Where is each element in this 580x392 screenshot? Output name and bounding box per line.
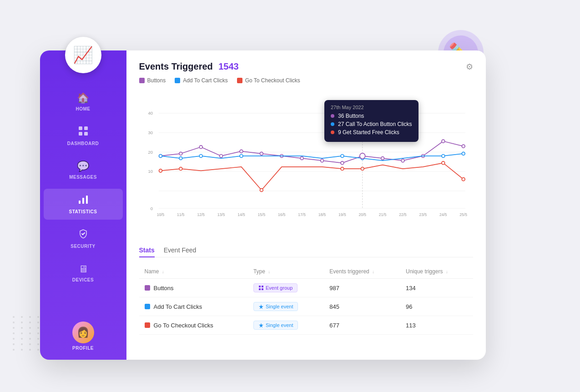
chart-header: Events Triggered 1543 ⚙ xyxy=(139,61,473,72)
svg-point-57 xyxy=(340,155,343,158)
svg-text:18/5: 18/5 xyxy=(318,212,326,217)
table-row: Go To Checkout Clicks Single event 677 xyxy=(139,316,473,335)
cell-type-0: Event group xyxy=(248,279,324,297)
svg-point-56 xyxy=(240,155,243,158)
svg-text:14/5: 14/5 xyxy=(237,212,245,217)
type-badge-0: Event group xyxy=(253,283,298,292)
svg-point-66 xyxy=(441,161,444,165)
svg-text:23/5: 23/5 xyxy=(419,212,427,217)
cell-events-2: 677 xyxy=(324,316,400,335)
chart-title: Events Triggered xyxy=(139,61,213,71)
svg-rect-7 xyxy=(79,201,81,204)
devices-icon: 🖥 xyxy=(78,263,88,275)
svg-text:10/5: 10/5 xyxy=(156,212,164,217)
stats-tabs: Stats Event Feed xyxy=(139,244,473,257)
legend-item-buttons: Buttons xyxy=(139,77,166,84)
tooltip-label-2: 9 Get Started Free Clicks xyxy=(338,129,399,136)
legend-label-checkout: Go To Checkout Clicks xyxy=(245,77,300,84)
tooltip-row-0: 36 Buttons xyxy=(331,113,412,119)
sidebar-profile[interactable]: 👩 PROFILE xyxy=(72,322,94,351)
svg-text:30: 30 xyxy=(148,131,152,135)
svg-rect-72 xyxy=(259,288,261,290)
svg-text:12/5: 12/5 xyxy=(197,212,205,217)
content-area: Events Triggered 1543 ⚙ Buttons Add To C… xyxy=(126,50,486,360)
sort-icon-type: ↓ xyxy=(268,269,270,274)
svg-point-67 xyxy=(462,178,465,181)
tooltip-label-0: 36 Buttons xyxy=(338,113,364,119)
col-header-unique[interactable]: Unique triggers ↓ xyxy=(400,265,473,279)
svg-point-45 xyxy=(320,159,323,162)
svg-rect-3 xyxy=(79,126,82,130)
profile-label: PROFILE xyxy=(72,346,94,351)
cell-events-1: 845 xyxy=(324,297,400,316)
statistics-label: STATISTICS xyxy=(69,209,97,214)
svg-text:25/5: 25/5 xyxy=(459,212,467,217)
svg-point-46 xyxy=(340,161,343,165)
settings-icon[interactable]: ⚙ xyxy=(466,62,473,72)
type-badge-1: Single event xyxy=(253,302,298,311)
profile-avatar: 👩 xyxy=(72,322,94,343)
table-row: Add To Cart Clicks Single event 845 96 xyxy=(139,297,473,316)
sidebar-item-home[interactable]: 🏠 HOME xyxy=(40,87,126,117)
event-color-1 xyxy=(145,304,150,309)
sidebar-nav: 🏠 HOME DASHBOARD 💬 xyxy=(40,87,126,322)
svg-point-39 xyxy=(199,146,202,149)
svg-text:15/5: 15/5 xyxy=(257,212,265,217)
tooltip-row-2: 9 Get Started Free Clicks xyxy=(331,129,412,136)
svg-point-52 xyxy=(462,145,465,148)
cell-type-2: Single event xyxy=(248,316,324,335)
legend-dot-cart xyxy=(175,78,180,83)
tooltip-label-1: 27 Call To Action Button Clicks xyxy=(338,121,412,127)
svg-text:10: 10 xyxy=(148,169,152,174)
legend-dot-checkout xyxy=(237,78,242,83)
devices-label: DEVICES xyxy=(72,277,94,282)
cell-type-1: Single event xyxy=(248,297,324,316)
tab-stats[interactable]: Stats xyxy=(139,244,155,257)
sidebar-item-messages[interactable]: 💬 MESSAGES xyxy=(40,155,126,185)
sidebar-item-security[interactable]: SECURITY xyxy=(40,223,126,254)
svg-text:0: 0 xyxy=(150,206,152,211)
logo-icon: 📈 xyxy=(73,45,93,65)
svg-point-38 xyxy=(179,152,182,155)
svg-text:40: 40 xyxy=(148,111,152,116)
tooltip-dot-0 xyxy=(331,114,334,118)
table-row: Buttons Event group 987 134 xyxy=(139,279,473,297)
svg-point-59 xyxy=(441,155,444,158)
svg-text:11/5: 11/5 xyxy=(177,212,185,217)
svg-point-49 xyxy=(401,159,404,162)
sidebar: 📈 🏠 HOME DA xyxy=(40,50,126,360)
svg-point-44 xyxy=(300,157,303,160)
svg-text:13/5: 13/5 xyxy=(217,212,225,217)
cell-unique-0: 134 xyxy=(400,279,473,297)
event-color-2 xyxy=(145,322,150,328)
tab-event-feed[interactable]: Event Feed xyxy=(164,244,197,257)
sidebar-item-devices[interactable]: 🖥 DEVICES xyxy=(40,258,126,288)
legend-item-checkout: Go To Checkout Clicks xyxy=(237,77,300,84)
type-badge-2: Single event xyxy=(253,321,298,330)
col-header-name[interactable]: Name ↓ xyxy=(139,265,248,279)
legend-item-cart: Add To Cart Clicks xyxy=(175,77,227,84)
svg-point-53 xyxy=(159,155,162,158)
svg-point-42 xyxy=(260,152,263,155)
col-header-events[interactable]: Events triggered ↓ xyxy=(324,265,400,279)
home-icon: 🏠 xyxy=(77,92,89,104)
sidebar-item-dashboard[interactable]: DASHBOARD xyxy=(40,121,126,151)
security-label: SECURITY xyxy=(71,244,96,249)
svg-text:20/5: 20/5 xyxy=(358,212,366,217)
svg-text:22/5: 22/5 xyxy=(399,212,407,217)
chart-tooltip: 27th May 2022 36 Buttons 27 Call To Acti… xyxy=(324,100,419,142)
messages-icon: 💬 xyxy=(77,161,89,172)
legend-label-buttons: Buttons xyxy=(147,77,166,84)
chart-legend: Buttons Add To Cart Clicks Go To Checkou… xyxy=(139,77,473,84)
svg-rect-73 xyxy=(262,288,263,290)
main-card: 📈 🏠 HOME DA xyxy=(40,50,486,360)
chart-title-wrapper: Events Triggered 1543 xyxy=(139,61,239,72)
svg-text:16/5: 16/5 xyxy=(277,212,285,217)
svg-rect-6 xyxy=(84,132,88,136)
cell-unique-2: 113 xyxy=(400,316,473,335)
cell-name-1: Add To Cart Clicks xyxy=(139,297,248,316)
messages-label: MESSAGES xyxy=(69,175,97,180)
sidebar-item-statistics[interactable]: STATISTICS xyxy=(44,189,123,220)
col-header-type[interactable]: Type ↓ xyxy=(248,265,324,279)
dashboard-label: DASHBOARD xyxy=(67,141,99,146)
